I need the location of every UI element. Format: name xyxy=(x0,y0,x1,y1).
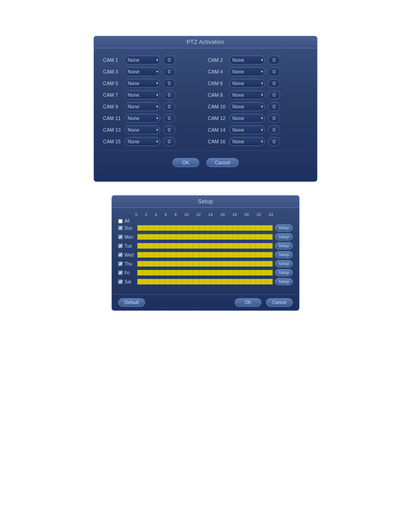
cam-select[interactable]: NonePresetTourPattern xyxy=(229,79,265,88)
schedule-bar-fill xyxy=(137,261,273,266)
cam-select[interactable]: NonePresetTourPattern xyxy=(229,125,265,134)
cam-number-input[interactable] xyxy=(163,56,176,64)
bar-segment xyxy=(154,234,160,240)
day-checkbox[interactable] xyxy=(118,270,123,275)
schedule-bar[interactable] xyxy=(137,243,273,249)
bar-segment xyxy=(160,270,166,275)
cam-select[interactable]: NonePresetTourPattern xyxy=(124,90,160,99)
cam-number-input[interactable] xyxy=(163,137,176,146)
cam-select[interactable]: NonePresetTourPattern xyxy=(124,67,160,76)
setup-dialog-title: Setup xyxy=(112,196,299,208)
bar-segment xyxy=(239,252,244,257)
bar-segment xyxy=(256,252,261,257)
schedule-bar[interactable] xyxy=(137,252,273,258)
time-label: 24 xyxy=(269,212,273,217)
day-setup-button[interactable]: Setup xyxy=(275,278,293,285)
schedule-bar[interactable] xyxy=(137,270,273,276)
bar-segment xyxy=(245,261,250,266)
bar-segment xyxy=(183,252,188,257)
cam-number-input[interactable] xyxy=(268,79,280,88)
cam-select[interactable]: NonePresetTourPattern xyxy=(124,114,160,123)
bar-segment xyxy=(143,234,149,240)
day-setup-button[interactable]: Setup xyxy=(275,224,293,232)
cam-select[interactable]: NonePresetTourPattern xyxy=(229,90,265,99)
bar-segment xyxy=(171,225,177,231)
ptz-footer: OK Cancel xyxy=(103,150,308,174)
cam-select[interactable]: NonePresetTourPattern xyxy=(229,67,265,76)
day-setup-button[interactable]: Setup xyxy=(275,233,293,240)
cam-row: CAM 2NonePresetTourPattern xyxy=(208,56,308,64)
cam-number-input[interactable] xyxy=(163,125,176,134)
cam-number-input[interactable] xyxy=(163,114,176,123)
day-setup-button[interactable]: Setup xyxy=(275,260,293,267)
day-label: Mon xyxy=(124,235,135,240)
cam-select-wrapper: NonePresetTourPattern xyxy=(229,90,265,99)
day-checkbox[interactable] xyxy=(118,226,123,230)
cam-number-input[interactable] xyxy=(268,137,280,146)
bar-segment xyxy=(171,270,177,275)
day-checkbox[interactable] xyxy=(118,253,123,257)
schedule-bar[interactable] xyxy=(137,261,273,267)
schedule-day-row: MonSetup xyxy=(118,233,293,240)
setup-cancel-button[interactable]: Cancel xyxy=(266,298,293,307)
default-button[interactable]: Default xyxy=(118,298,145,307)
cam-number-input[interactable] xyxy=(163,90,176,99)
day-checkbox[interactable] xyxy=(118,235,123,239)
cam-select[interactable]: NonePresetTourPattern xyxy=(124,79,160,88)
cam-select[interactable]: NonePresetTourPattern xyxy=(124,125,160,134)
day-setup-button[interactable]: Setup xyxy=(275,242,293,249)
bar-segment xyxy=(183,279,188,284)
cam-select[interactable]: NonePresetTourPattern xyxy=(229,56,265,64)
cam-select[interactable]: NonePresetTourPattern xyxy=(229,102,265,111)
day-checkbox[interactable] xyxy=(118,262,123,266)
cam-number-input[interactable] xyxy=(163,67,176,76)
bar-segment xyxy=(200,252,205,257)
bar-segment xyxy=(222,261,227,266)
cam-select[interactable]: NonePresetTourPattern xyxy=(124,102,160,111)
schedule-bar-fill xyxy=(137,279,273,284)
ptz-ok-button[interactable]: OK xyxy=(172,158,199,167)
cam-select-wrapper: NonePresetTourPattern xyxy=(229,114,265,123)
cam-number-input[interactable] xyxy=(163,79,176,88)
day-label: Fri xyxy=(124,270,135,275)
time-label: 12 xyxy=(196,212,201,217)
cam-label: CAM 7 xyxy=(103,92,122,98)
bar-segment xyxy=(137,279,143,284)
cam-label: CAM 6 xyxy=(208,81,227,86)
bar-segment xyxy=(166,261,171,266)
bar-segment xyxy=(251,261,256,266)
cam-label: CAM 10 xyxy=(208,104,227,109)
cam-row: CAM 13NonePresetTourPattern xyxy=(103,125,203,134)
all-row: All xyxy=(118,219,293,223)
cam-number-input[interactable] xyxy=(268,56,280,64)
cam-number-input[interactable] xyxy=(163,102,176,111)
schedule-bar[interactable] xyxy=(137,225,273,231)
cam-select[interactable]: NonePresetTourPattern xyxy=(124,137,160,146)
bar-segment xyxy=(171,252,177,257)
bar-segment xyxy=(188,261,194,266)
bar-segment xyxy=(217,279,222,284)
day-checkbox[interactable] xyxy=(118,244,123,248)
day-setup-button[interactable]: Setup xyxy=(275,251,293,258)
day-setup-button[interactable]: Setup xyxy=(275,269,293,276)
schedule-bar[interactable] xyxy=(137,234,273,240)
schedule-bar[interactable] xyxy=(137,279,273,285)
cam-label: CAM 2 xyxy=(208,57,227,63)
cam-number-input[interactable] xyxy=(268,114,280,123)
bar-segment xyxy=(137,261,143,266)
cam-number-input[interactable] xyxy=(268,67,280,76)
cam-select[interactable]: NonePresetTourPattern xyxy=(229,137,265,146)
ptz-cancel-button[interactable]: Cancel xyxy=(206,158,239,167)
cam-number-input[interactable] xyxy=(268,125,280,134)
all-checkbox[interactable] xyxy=(118,219,123,223)
setup-ok-button[interactable]: OK xyxy=(235,298,261,307)
bar-segment xyxy=(217,225,222,231)
cam-number-input[interactable] xyxy=(268,90,280,99)
cam-number-input[interactable] xyxy=(268,102,280,111)
bar-segment xyxy=(183,243,188,249)
cam-select[interactable]: NonePresetTourPattern xyxy=(229,114,265,123)
bar-segment xyxy=(177,261,182,266)
ptz-dialog-title: PTZ Activation xyxy=(94,36,317,48)
day-checkbox[interactable] xyxy=(118,279,123,284)
cam-select[interactable]: NonePresetTourPattern xyxy=(124,56,160,64)
